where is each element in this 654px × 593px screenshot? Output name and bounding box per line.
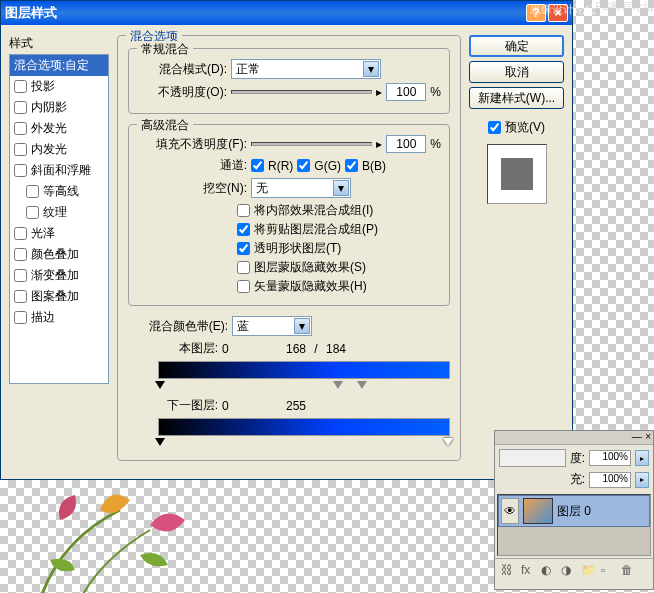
opacity-flyout-icon[interactable]: ▸: [635, 450, 649, 466]
watermark-text-2: PS教程论坛: [595, 0, 654, 12]
close-panel-icon[interactable]: ×: [645, 431, 651, 444]
channels-label: 通道:: [137, 157, 247, 174]
minimize-icon[interactable]: —: [632, 431, 642, 444]
style-inner-shadow[interactable]: 内阴影: [10, 97, 108, 118]
flower-image: [0, 470, 240, 593]
this-layer-gradient[interactable]: [158, 361, 450, 379]
mask-icon[interactable]: ◐: [541, 563, 555, 577]
channel-b[interactable]: [345, 159, 358, 172]
opacity-slider[interactable]: [231, 90, 372, 94]
eye-icon: 👁: [504, 504, 516, 518]
opacity-input[interactable]: [386, 83, 426, 101]
folder-icon[interactable]: 📁: [581, 563, 595, 577]
blend-clipped-check[interactable]: [237, 223, 250, 236]
style-bevel[interactable]: 斜面和浮雕: [10, 160, 108, 181]
preview-label: 预览(V): [505, 119, 545, 136]
fill-opacity-label: 填充不透明度(F):: [137, 136, 247, 153]
style-satin[interactable]: 光泽: [10, 223, 108, 244]
titlebar[interactable]: 图层样式 ? ×: [1, 1, 572, 25]
fill-flyout-icon[interactable]: ▸: [635, 472, 649, 488]
general-blending-title: 常规混合: [137, 41, 193, 58]
layer-name[interactable]: 图层 0: [557, 503, 591, 520]
fill-opacity-input[interactable]: [386, 135, 426, 153]
advanced-blending-title: 高级混合: [137, 117, 193, 134]
under-black-marker[interactable]: [155, 438, 165, 446]
style-drop-shadow[interactable]: 投影: [10, 76, 108, 97]
blend-interior-check[interactable]: [237, 204, 250, 217]
style-texture[interactable]: 纹理: [10, 202, 108, 223]
layer-row[interactable]: 👁 图层 0: [498, 495, 650, 527]
blend-if-combo[interactable]: 蓝 ▾: [232, 316, 312, 336]
this-layer-split-marker-1[interactable]: [333, 381, 343, 389]
blend-mode-label: 混合模式(D):: [137, 61, 227, 78]
blending-options-group: 混合选项 常规混合 混合模式(D): 正常 ▾ 不透明度(O): ▸: [117, 35, 461, 461]
blend-mode-mini-combo[interactable]: [499, 449, 566, 467]
under-layer-label: 下一图层:: [158, 397, 218, 414]
this-layer-black-marker[interactable]: [155, 381, 165, 389]
channel-g[interactable]: [297, 159, 310, 172]
transparency-shapes-check[interactable]: [237, 242, 250, 255]
chevron-down-icon: ▾: [333, 180, 349, 196]
vector-mask-hides-check[interactable]: [237, 280, 250, 293]
this-layer-label: 本图层:: [158, 340, 218, 357]
watermark-text-1: 思缘设计论坛: [530, 2, 596, 17]
layer-list: 👁 图层 0: [497, 494, 651, 556]
style-contour[interactable]: 等高线: [10, 181, 108, 202]
blend-if-label: 混合颜色带(E):: [128, 318, 228, 335]
layer-thumbnail[interactable]: [523, 498, 553, 524]
style-pattern-overlay[interactable]: 图案叠加: [10, 286, 108, 307]
styles-label: 样式: [9, 35, 109, 52]
style-gradient-overlay[interactable]: 渐变叠加: [10, 265, 108, 286]
ok-button[interactable]: 确定: [469, 35, 564, 57]
layer-mask-hides-check[interactable]: [237, 261, 250, 274]
style-outer-glow[interactable]: 外发光: [10, 118, 108, 139]
cancel-button[interactable]: 取消: [469, 61, 564, 83]
blend-mode-combo[interactable]: 正常 ▾: [231, 59, 381, 79]
new-style-button[interactable]: 新建样式(W)...: [469, 87, 564, 109]
knockout-combo[interactable]: 无 ▾: [251, 178, 351, 198]
this-layer-split-marker-2[interactable]: [357, 381, 367, 389]
under-layer-gradient[interactable]: [158, 418, 450, 436]
link-icon[interactable]: ⛓: [501, 563, 515, 577]
layer-style-dialog: 图层样式 ? × 样式 混合选项:自定 投影 内阴影 外发光 内发光 斜面和浮雕…: [0, 0, 573, 480]
layer-fill-input[interactable]: 100%: [589, 472, 631, 488]
preview-checkbox[interactable]: [488, 121, 501, 134]
style-color-overlay[interactable]: 颜色叠加: [10, 244, 108, 265]
channel-r[interactable]: [251, 159, 264, 172]
styles-list: 混合选项:自定 投影 内阴影 外发光 内发光 斜面和浮雕 等高线 纹理 光泽 颜…: [9, 54, 109, 384]
knockout-label: 挖空(N):: [137, 180, 247, 197]
new-layer-icon[interactable]: ▫: [601, 563, 615, 577]
opacity-label: 不透明度(O):: [137, 84, 227, 101]
layer-opacity-input[interactable]: 100%: [589, 450, 631, 466]
adjustment-icon[interactable]: ◑: [561, 563, 575, 577]
style-stroke[interactable]: 描边: [10, 307, 108, 328]
under-white-marker[interactable]: [443, 438, 453, 446]
trash-icon[interactable]: 🗑: [621, 563, 635, 577]
preview-box: [487, 144, 547, 204]
fill-opacity-slider[interactable]: [251, 142, 372, 146]
fx-icon[interactable]: fx: [521, 563, 535, 577]
visibility-toggle[interactable]: 👁: [501, 498, 519, 524]
chevron-down-icon: ▾: [294, 318, 310, 334]
layers-panel: — × 度: 100% ▸ 充: 100% ▸ 👁 图层 0 ⛓ fx ◐ ◑ …: [494, 430, 654, 590]
style-blending-options[interactable]: 混合选项:自定: [10, 55, 108, 76]
style-inner-glow[interactable]: 内发光: [10, 139, 108, 160]
dialog-title: 图层样式: [5, 4, 57, 22]
chevron-down-icon: ▾: [363, 61, 379, 77]
